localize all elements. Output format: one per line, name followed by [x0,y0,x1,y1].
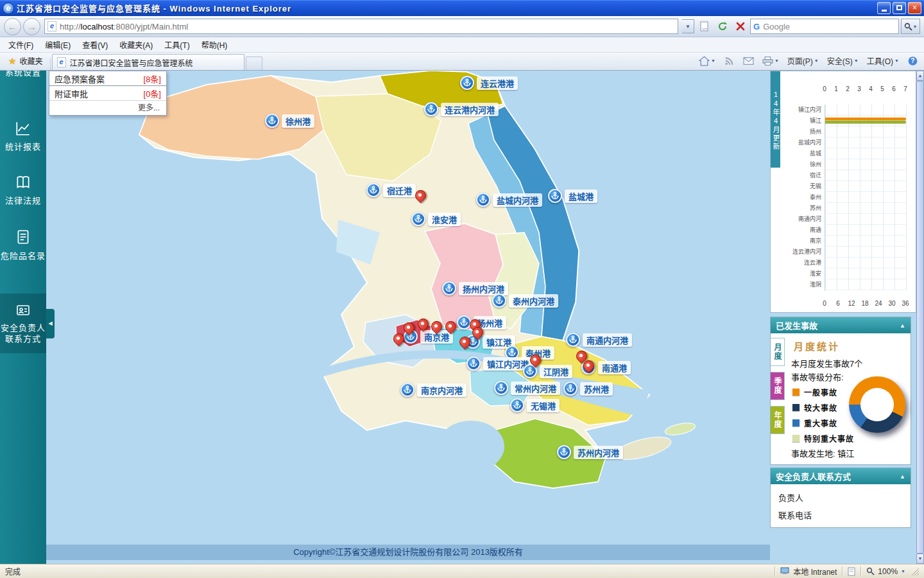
resize-grip[interactable] [911,567,919,575]
refresh-button[interactable] [714,19,730,35]
url-dropdown-button[interactable]: ▼ [682,19,694,33]
anchor-icon [492,293,506,308]
read-mail-button[interactable] [740,55,757,67]
chart-category-label: 扬州 [780,127,821,137]
port-marker-20[interactable]: 苏州港 [563,381,613,396]
safety-menu-button[interactable]: 安全(S) ▼ [824,54,862,67]
stop-icon [736,22,745,31]
tab-main[interactable]: e 江苏省港口安全监管与应急管理系统 [52,54,244,70]
sidebar-item-safety-contacts[interactable]: 安全负责人联系方式◀ [0,293,46,353]
port-label: 徐州港 [282,114,314,128]
close-button[interactable]: × [908,2,921,14]
divider [860,566,861,576]
accident-tab-2[interactable]: 季度 [771,372,785,400]
sidebar-collapse-tab[interactable]: ◀ [46,309,55,338]
port-label: 常州内河港 [511,381,560,395]
port-label: 苏州内河港 [574,446,623,459]
contact-panel-title: 安全负责人联系方式 [776,470,851,482]
menu-item-4[interactable]: 收藏夹(A) [114,39,158,52]
port-marker-3[interactable]: 徐州港 [265,114,314,128]
port-marker-11[interactable]: 南京港 [404,329,453,344]
sidebar-item-statistics[interactable]: 统计报表 [0,120,46,152]
minimize-button[interactable] [877,2,891,14]
port-marker-17[interactable]: 南通港 [581,360,631,374]
chart-gridline [848,105,849,290]
menu-item-1[interactable]: 文件(F) [3,39,39,52]
back-button[interactable]: ← [4,18,21,35]
sidebar-item-system-settings[interactable]: 系统设置 [0,71,46,78]
legend-item: 重大事故 [792,415,854,430]
menu-item-5[interactable]: 工具(T) [158,39,195,52]
port-marker-7[interactable]: 盐城港 [548,189,597,203]
vertical-scrollbar[interactable]: ▲ ▼ [916,71,924,564]
port-marker-5[interactable]: 淮安港 [411,212,461,226]
menu-item-3[interactable]: 查看(V) [76,39,114,52]
port-marker-6[interactable]: 盐城内河港 [476,193,542,207]
forward-button[interactable]: → [23,18,40,35]
map-area: 连云港港连云港内河港徐州港宿迁港淮安港盐城内河港盐城港扬州内河港泰州内河港扬州港… [46,71,770,564]
scroll-thumb[interactable] [916,81,924,554]
url-field[interactable]: e http://localhost:8080/yjpt/Main.html [44,19,678,34]
contact-row-2[interactable]: 联系电话 [778,507,903,524]
chart-bottom-tick: 12 [848,300,855,307]
sidebar-item-hazardous-list[interactable]: 危险品名录 [0,228,46,261]
status-bar: 完成 本地 Intranet 100% ▼ [0,564,924,578]
chart-row-line [825,191,906,192]
home-dropdown-caret: ▼ [711,58,715,63]
menu-item-6[interactable]: 帮助(H) [196,39,234,52]
quick-menu-more[interactable]: 更多... [49,101,166,115]
tools-menu-button[interactable]: 工具(O) ▼ [864,54,902,67]
scroll-down-button[interactable]: ▼ [916,554,924,564]
book-icon [15,174,31,191]
new-tab-button[interactable] [246,57,262,70]
contact-panel-header[interactable]: 安全负责人联系方式 ▲ [771,468,911,484]
port-marker-9[interactable]: 泰州内河港 [492,293,558,308]
tools-menu-label: 工具(O) [867,55,893,66]
port-marker-4[interactable]: 宿迁港 [366,183,416,197]
collapse-up-icon[interactable]: ▲ [900,473,905,480]
menu-item-2[interactable]: 编辑(E) [39,39,76,52]
accidents-panel-header[interactable]: 已发生事故 ▲ [771,317,911,333]
port-marker-16[interactable]: 江阴港 [523,364,572,378]
port-marker-2[interactable]: 连云港内河港 [424,102,499,116]
page-dropdown-caret: ▼ [814,58,819,63]
port-marker-22[interactable]: 苏州内河港 [557,445,623,459]
accident-tab-1[interactable]: 月度 [771,338,785,366]
port-marker-21[interactable]: 无锡港 [510,398,560,412]
port-marker-1[interactable]: 连云港港 [460,76,518,90]
legend-item: 一般事故 [792,384,854,399]
port-marker-10[interactable]: 扬州港 [457,315,506,329]
home-icon [699,56,710,66]
feeds-button[interactable] [721,55,738,67]
print-dropdown-caret: ▼ [774,58,779,63]
stop-button[interactable] [732,19,748,35]
quick-row-2[interactable]: 附证审批[0条] [49,86,166,101]
port-marker-18[interactable]: 南京内河港 [400,383,466,397]
maximize-button[interactable] [893,2,906,14]
compatibility-view-button[interactable] [696,19,712,35]
port-label: 扬州港 [474,316,506,329]
search-button[interactable]: ▼ [901,19,920,34]
port-marker-19[interactable]: 常州内河港 [494,381,560,395]
favorites-button[interactable]: ★ 收藏夹 [3,53,49,69]
print-button[interactable]: ▼ [759,55,782,67]
anchor-icon [476,193,490,207]
refresh-icon [717,21,728,31]
page-menu-button[interactable]: 页面(P) ▼ [784,54,822,67]
accident-tab-3[interactable]: 年度 [771,406,785,434]
sidebar-item-laws[interactable]: 法律法规 [0,174,46,206]
contact-row-1[interactable]: 负责人 [778,489,903,507]
port-marker-14[interactable]: 南通内河港 [566,333,632,347]
search-input[interactable]: G Google [750,19,899,34]
anchor-icon [442,281,456,295]
quick-row-1[interactable]: 应急预案备案[8条] [49,71,166,86]
scroll-up-button[interactable]: ▲ [916,71,924,81]
help-button[interactable]: ? [904,55,921,67]
collapse-up-icon[interactable]: ▲ [900,322,905,329]
chart-bottom-tick: 36 [902,300,909,307]
home-button[interactable]: ▼ [696,55,719,67]
chart-top-tick: 5 [880,85,884,92]
page-status-icon [848,567,855,576]
zoom-control[interactable]: 100% ▼ [866,567,905,576]
sidebar-item-label: 系统设置 [5,71,41,78]
